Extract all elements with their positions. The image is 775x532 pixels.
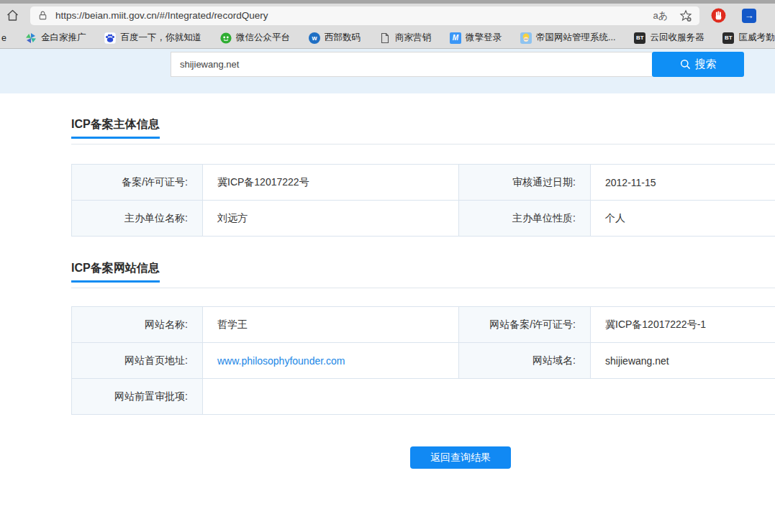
field-label: 网站首页地址: [72, 343, 203, 379]
search-band: 搜索 [0, 49, 775, 93]
subject-title-underline [71, 137, 160, 139]
bookmark-item-baidu[interactable]: 百度一下，你就知道 [104, 32, 201, 44]
bookmark-label: 微信公众平台 [236, 32, 290, 44]
field-label: 网站域名: [459, 343, 591, 379]
field-value: 哲学王 [203, 307, 459, 343]
bookmark-label: 金白家推广 [41, 32, 86, 44]
field-label: 备案/许可证号: [72, 165, 203, 201]
bookmark-label: 云回收服务器 [650, 32, 704, 44]
bookmark-item-jinbaijia[interactable]: 金白家推广 [25, 32, 86, 44]
field-value [203, 379, 775, 415]
lock-icon [37, 10, 48, 21]
bookmark-item-wechat[interactable]: 微信公众平台 [220, 32, 290, 44]
bookmark-label: 西部数码 [325, 32, 361, 44]
website-section-title: ICP备案网站信息 [71, 261, 160, 276]
bookmark-label: 帝国网站管理系统... [536, 32, 615, 44]
west-digital-icon: w [309, 32, 320, 44]
field-value: shijiewang.net [591, 343, 775, 379]
wechat-icon [220, 32, 232, 44]
translate-icon[interactable]: aあ [653, 9, 668, 22]
bookmarks-bar: e 金白家推广 百度一下，你就知道 微信公众平台 w 西部数码 商家营销 M 微… [0, 27, 775, 49]
extension-area: → [711, 8, 756, 23]
stop-hand-extension-icon[interactable] [711, 8, 726, 23]
field-label: 审核通过日期: [459, 165, 591, 201]
back-to-results-button[interactable]: 返回查询结果 [410, 446, 511, 469]
bookmark-item-bt-recycle[interactable]: BT 云回收服务器 [634, 32, 704, 44]
arrow-extension-icon[interactable]: → [742, 9, 756, 23]
field-label: 主办单位性质: [459, 201, 591, 237]
page-icon [379, 32, 391, 44]
home-icon [6, 9, 19, 22]
bookmark-label: e [1, 33, 6, 43]
domain-search-input[interactable] [171, 52, 652, 77]
bookmark-item-weiqin[interactable]: M 微擎登录 [450, 32, 502, 44]
search-button[interactable]: 搜索 [652, 52, 744, 77]
field-label: 网站备案/许可证号: [459, 307, 591, 343]
add-favorite-star-icon[interactable] [679, 9, 692, 22]
bookmark-label: 微擎登录 [466, 32, 502, 44]
bookmark-item-shangjia[interactable]: 商家营销 [379, 32, 431, 44]
cartoon-avatar-icon [520, 32, 532, 44]
section-divider [71, 144, 775, 145]
m-logo-icon: M [450, 32, 461, 44]
field-label: 网站前置审批项: [72, 379, 203, 415]
section-divider [71, 288, 775, 288]
pinwheel-icon [25, 32, 37, 44]
home-button[interactable] [0, 9, 24, 22]
bookmark-item-westdigital[interactable]: w 西部数码 [309, 32, 361, 44]
magnifier-icon [680, 59, 691, 70]
bookmark-item-cut[interactable]: e [1, 33, 6, 43]
field-value: 冀ICP备12017222号-1 [591, 307, 775, 343]
bookmark-label: 匡威考勤 [738, 32, 774, 44]
link-text[interactable]: www.philosophyfounder.com [217, 355, 345, 367]
bookmark-item-bt-kuangwei[interactable]: BT 匡威考勤 [722, 32, 774, 44]
field-label: 网站名称: [72, 307, 203, 343]
field-value: 2012-11-15 [591, 165, 775, 201]
subject-info-table: 备案/许可证号: 冀ICP备12017222号 审核通过日期: 2012-11-… [71, 164, 775, 237]
search-button-label: 搜索 [695, 58, 717, 71]
url-text[interactable]: https://beian.miit.gov.cn/#/Integrated/r… [55, 10, 653, 21]
field-value: 个人 [591, 201, 775, 237]
bt-panel-icon: BT [634, 32, 645, 44]
bookmark-label: 商家营销 [395, 32, 431, 44]
address-bar[interactable]: https://beian.miit.gov.cn/#/Integrated/r… [30, 6, 699, 25]
bookmark-item-diguo[interactable]: 帝国网站管理系统... [520, 32, 615, 44]
website-info-table: 网站名称: 哲学王 网站备案/许可证号: 冀ICP备12017222号-1 网站… [71, 306, 775, 415]
bt-panel-icon: BT [722, 32, 734, 44]
browser-toolbar: https://beian.miit.gov.cn/#/Integrated/r… [0, 4, 775, 27]
field-label: 主办单位名称: [72, 201, 203, 237]
field-value: 刘远方 [203, 201, 459, 237]
website-title-underline [71, 280, 160, 283]
field-value: 冀ICP备12017222号 [203, 165, 459, 201]
baidu-paw-icon [104, 32, 116, 44]
website-homepage-link[interactable]: www.philosophyfounder.com [203, 343, 459, 379]
subject-section-title: ICP备案主体信息 [71, 117, 160, 132]
bookmark-label: 百度一下，你就知道 [120, 32, 201, 44]
